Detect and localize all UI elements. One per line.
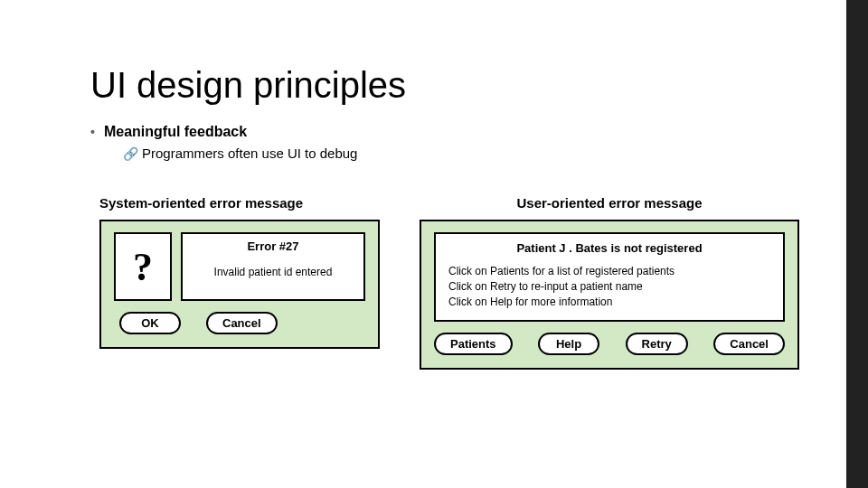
figure-system-oriented: System-oriented error message ? Error #2… xyxy=(99,195,380,370)
help-button[interactable]: Help xyxy=(538,333,599,355)
sub-bullet-text: Programmers often use UI to debug xyxy=(142,145,357,161)
instruction-line-3: Click on Help for more information xyxy=(448,295,770,310)
error-body: Invalid patient id entered xyxy=(214,266,333,278)
error-message-box: Error #27 Invalid patient id entered xyxy=(181,232,365,301)
bullet-text: Meaningful feedback xyxy=(104,124,247,140)
bullet-icon: • xyxy=(90,126,95,138)
sub-bullet-item: 🔗 Programmers often use UI to debug xyxy=(123,145,832,161)
cancel-button[interactable]: Cancel xyxy=(206,312,278,334)
cancel-button[interactable]: Cancel xyxy=(713,333,785,355)
ok-button[interactable]: OK xyxy=(119,312,181,334)
user-error-title: Patient J . Bates is not registered xyxy=(448,241,770,255)
link-icon: 🔗 xyxy=(123,147,138,160)
slide-title: UI design principles xyxy=(90,65,832,106)
error-title: Error #27 xyxy=(247,239,298,253)
accent-sidebar xyxy=(846,0,868,488)
dialog-system-error: ? Error #27 Invalid patient id entered O… xyxy=(99,220,380,349)
bullet-item: • Meaningful feedback xyxy=(90,124,832,140)
figure-a-heading: System-oriented error message xyxy=(99,195,303,211)
retry-button[interactable]: Retry xyxy=(626,333,688,355)
patients-button[interactable]: Patients xyxy=(434,333,513,355)
figure-b-heading: User-oriented error message xyxy=(516,195,702,211)
question-icon: ? xyxy=(114,232,172,301)
dialog-user-error: Patient J . Bates is not registered Clic… xyxy=(420,220,799,370)
user-message-box: Patient J . Bates is not registered Clic… xyxy=(434,232,785,322)
instruction-line-1: Click on Patients for a list of register… xyxy=(448,264,770,279)
instruction-line-2: Click on Retry to re-input a patient nam… xyxy=(448,279,770,295)
figure-user-oriented: User-oriented error message Patient J . … xyxy=(420,195,799,370)
